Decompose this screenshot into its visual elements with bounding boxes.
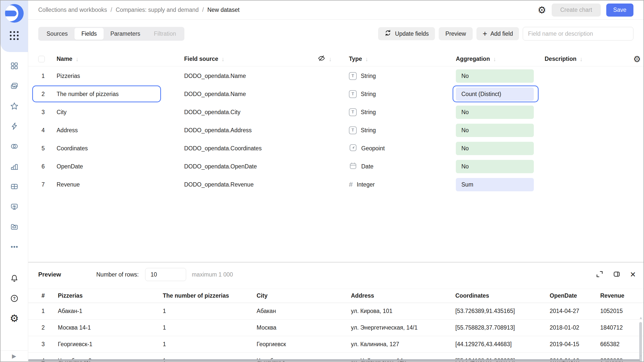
field-source-cell[interactable]: DODO_opendata.Name xyxy=(184,91,315,98)
aggregation-select[interactable]: No xyxy=(456,160,534,173)
aggregation-select[interactable]: No xyxy=(456,69,534,83)
save-button[interactable]: Save xyxy=(606,4,633,17)
field-type-label: Date xyxy=(361,163,374,170)
field-type-cell[interactable]: T String xyxy=(349,108,456,116)
field-type-icon xyxy=(349,144,357,153)
datalens-logo[interactable] xyxy=(5,4,24,23)
scroll-down-icon[interactable]: ▼ xyxy=(639,354,643,358)
table-row[interactable]: 4 Address DODO_opendata.Address T String… xyxy=(28,121,643,139)
field-type-cell[interactable]: Geopoint xyxy=(349,144,456,153)
dock-preview-button[interactable] xyxy=(613,270,621,279)
field-name-cell[interactable]: Address xyxy=(57,127,184,134)
field-source-cell[interactable]: DODO_opendata.Coordinates xyxy=(184,145,315,152)
table-settings-button[interactable]: ⚙ xyxy=(631,54,643,64)
field-type-cell[interactable]: T String xyxy=(349,72,456,80)
aggregation-select[interactable]: No xyxy=(456,124,534,137)
field-type-cell[interactable]: # Integer xyxy=(349,181,456,189)
expand-sidebar-button[interactable]: ▶ xyxy=(1,350,28,361)
row-number: 3 xyxy=(38,109,57,116)
max-rows-hint: maximum 1 000 xyxy=(192,271,233,278)
table-row[interactable]: 6 OpenDate DODO_opendata.OpenDate Date N… xyxy=(28,157,643,175)
svg-text:?: ? xyxy=(13,296,16,301)
refresh-icon xyxy=(384,29,392,38)
field-search-input[interactable] xyxy=(523,27,633,40)
table-row[interactable]: 2 The number of pizzerias DODO_opendata.… xyxy=(28,85,643,103)
column-header-type[interactable]: Type xyxy=(349,56,362,62)
field-name-cell[interactable]: City xyxy=(57,109,184,116)
sidebar-item-connections[interactable] xyxy=(1,142,28,152)
preview-toggle-button[interactable]: Preview xyxy=(439,27,473,40)
field-type-cell[interactable]: T String xyxy=(349,90,456,98)
expand-preview-button[interactable] xyxy=(596,270,603,279)
column-header-description[interactable]: Description xyxy=(545,56,577,62)
sidebar-item-collections[interactable] xyxy=(1,82,28,91)
sidebar-item-monitoring[interactable] xyxy=(1,202,28,212)
column-header-field-source[interactable]: Field source xyxy=(184,56,218,62)
row-number: 7 xyxy=(38,181,57,188)
update-fields-button[interactable]: Update fields xyxy=(378,27,435,40)
create-chart-button[interactable]: Create chart xyxy=(552,4,601,17)
tab-filtration[interactable]: Filtration xyxy=(147,28,183,40)
field-type-icon: T xyxy=(349,108,357,116)
sidebar-item-storage[interactable] xyxy=(1,222,28,232)
select-all-checkbox[interactable] xyxy=(38,56,45,62)
aggregation-select[interactable]: Sum xyxy=(456,178,534,191)
sidebar-item-datasets[interactable] xyxy=(1,182,28,192)
breadcrumb-workbook[interactable]: Companies: supply and demand xyxy=(116,7,199,13)
sidebar-item-editor[interactable] xyxy=(1,122,28,131)
dataset-settings-button[interactable]: ⚙ xyxy=(538,5,546,15)
sidebar-item-charts[interactable] xyxy=(1,162,28,172)
sort-arrow-icon[interactable]: ↓ xyxy=(76,56,79,63)
sidebar-item-favorites[interactable] xyxy=(1,102,28,111)
preview-table-header: #Pizzerias The number of pizzeriasCity A… xyxy=(28,289,643,303)
field-name-cell[interactable]: Pizzerias xyxy=(57,73,184,79)
table-row[interactable]: 3 City DODO_opendata.City T String No xyxy=(28,103,643,121)
field-name-cell[interactable]: The number of pizzerias xyxy=(57,91,184,98)
column-header-aggregation[interactable]: Aggregation xyxy=(456,56,490,62)
apps-grid-icon[interactable] xyxy=(10,31,19,40)
preview-horizontal-scrollbar[interactable] xyxy=(28,359,640,361)
field-source-cell[interactable]: DODO_opendata.Revenue xyxy=(184,181,315,188)
top-bar: Collections and workbooks / Companies: s… xyxy=(28,1,643,20)
sort-arrow-icon[interactable]: ↓ xyxy=(580,56,583,63)
row-number: 6 xyxy=(38,163,57,170)
sidebar-item-more[interactable] xyxy=(1,245,28,249)
field-name-cell[interactable]: Coordinates xyxy=(57,145,184,152)
hidden-column-icon[interactable] xyxy=(317,54,326,64)
sort-arrow-icon[interactable]: ↓ xyxy=(365,56,368,63)
aggregation-select[interactable]: No xyxy=(456,106,534,119)
field-source-cell[interactable]: DODO_opendata.OpenDate xyxy=(184,163,315,170)
breadcrumb-collections[interactable]: Collections and workbooks xyxy=(38,7,107,13)
tab-sources[interactable]: Sources xyxy=(40,28,74,40)
sidebar-item-dashboards[interactable] xyxy=(1,62,28,71)
tab-fields[interactable]: Fields xyxy=(74,28,103,40)
help-button[interactable]: ? xyxy=(1,294,28,304)
column-header-name[interactable]: Name xyxy=(57,56,72,62)
settings-button[interactable]: ⚙ xyxy=(1,313,28,323)
preview-vertical-scrollbar[interactable]: ▲ ▼ xyxy=(639,315,643,358)
sort-arrow-icon[interactable]: ↓ xyxy=(329,56,332,63)
tab-parameters[interactable]: Parameters xyxy=(104,28,147,40)
field-source-cell[interactable]: DODO_opendata.Address xyxy=(184,127,315,134)
field-source-cell[interactable]: DODO_opendata.City xyxy=(184,109,315,116)
sort-arrow-icon[interactable]: ↓ xyxy=(493,56,496,63)
number-of-rows-input[interactable] xyxy=(145,268,186,281)
field-type-cell[interactable]: Date xyxy=(349,162,456,171)
scroll-up-icon[interactable]: ▲ xyxy=(639,315,643,320)
field-name-cell[interactable]: OpenDate xyxy=(57,163,184,170)
field-source-cell[interactable]: DODO_opendata.Name xyxy=(184,73,315,79)
add-field-label: Add field xyxy=(490,30,513,37)
table-row[interactable]: 7 Revenue DODO_opendata.Revenue # Intege… xyxy=(28,175,643,194)
close-preview-button[interactable]: ✕ xyxy=(630,271,636,278)
toolbar: Sources Fields Parameters Filtration Upd… xyxy=(28,27,643,41)
field-type-label: String xyxy=(361,91,376,98)
field-name-cell[interactable]: Revenue xyxy=(57,181,184,188)
notifications-button[interactable] xyxy=(1,274,28,284)
sort-arrow-icon[interactable]: ↓ xyxy=(221,56,224,63)
add-field-button[interactable]: + Add field xyxy=(476,27,519,40)
field-type-cell[interactable]: T String xyxy=(349,126,456,134)
aggregation-select[interactable]: No xyxy=(456,142,534,155)
aggregation-select[interactable]: Count (Distinct) xyxy=(456,87,534,101)
table-row[interactable]: 1 Pizzerias DODO_opendata.Name T String … xyxy=(28,67,643,85)
table-row[interactable]: 5 Coordinates DODO_opendata.Coordinates … xyxy=(28,139,643,157)
